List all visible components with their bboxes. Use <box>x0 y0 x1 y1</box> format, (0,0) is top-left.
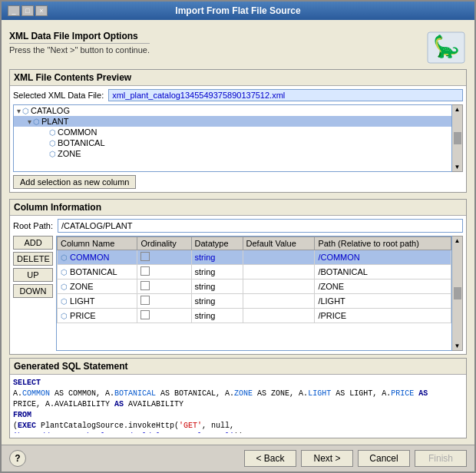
logo-icon: 🦕 <box>425 31 467 64</box>
window-title: Import From Flat File Source <box>54 5 422 16</box>
table-row[interactable]: ⬡ ZONEstring/ZONE <box>58 280 451 294</box>
tree-item-plant[interactable]: ▾⬡ PLANT <box>14 116 451 127</box>
tree-item-zone[interactable]: ⬡ ZONE <box>14 148 451 159</box>
bottom-bar: ? < Back Next > Cancel Finish <box>2 445 474 471</box>
main-content: XML Data File Import Options Press the "… <box>2 20 474 445</box>
col-info-section: Column Information Root Path: ADD DELETE… <box>9 199 467 355</box>
selected-file-value: xml_plant_catalog1345549375890137512.xml <box>108 89 463 101</box>
col-scroll-down[interactable]: ▼ <box>455 342 461 349</box>
up-col-button[interactable]: UP <box>13 268 53 282</box>
xml-preview-section: XML File Contents Preview Selected XML D… <box>9 69 467 193</box>
delete-col-button[interactable]: DELETE <box>13 252 53 266</box>
xml-tree: ▾⬡ CATALOG▾⬡ PLANT⬡ COMMON⬡ BOTANICAL⬡ Z… <box>13 104 452 172</box>
down-col-button[interactable]: DOWN <box>13 284 53 298</box>
tree-item-common[interactable]: ⬡ COMMON <box>14 127 451 137</box>
add-btn-row: Add selection as new column <box>13 175 463 189</box>
selected-file-label: Selected XML Data File: <box>13 91 104 100</box>
table-row[interactable]: ⬡ LIGHTstring/LIGHT <box>58 294 451 309</box>
top-section: XML Data File Import Options Press the "… <box>9 26 467 66</box>
table-row[interactable]: ⬡ BOTANICALstring/BOTANICAL <box>58 265 451 280</box>
finish-button[interactable]: Finish <box>415 450 467 467</box>
sql-content: SELECT A.COMMON AS COMMON, A.BOTANICAL A… <box>13 378 463 433</box>
main-window: _ □ × Import From Flat File Source XML D… <box>0 0 476 473</box>
sql-header: Generated SQL Statement <box>10 359 466 375</box>
sql-section: Generated SQL Statement SELECT A.COMMON … <box>9 358 467 438</box>
root-path-input[interactable] <box>58 219 463 233</box>
tree-item-catalog[interactable]: ▾⬡ CATALOG <box>14 105 451 116</box>
table-row[interactable]: ⬡ COMMONstring/COMMON <box>58 250 451 265</box>
col-main: ADD DELETE UP DOWN Column NameOrdinality… <box>13 236 463 351</box>
svg-text:🦕: 🦕 <box>433 34 460 59</box>
cancel-button[interactable]: Cancel <box>358 450 410 467</box>
top-subtitle: Press the "Next >" button to continue. <box>9 45 150 55</box>
root-path-row: Root Path: <box>13 219 463 233</box>
close-button[interactable]: × <box>35 5 48 16</box>
top-section-title: XML Data File Import Options <box>9 31 150 44</box>
col-scroll-up[interactable]: ▲ <box>455 237 461 244</box>
add-col-button[interactable]: ADD <box>13 236 53 250</box>
selected-file-row: Selected XML Data File: xml_plant_catalo… <box>13 89 463 101</box>
xml-preview-header: XML File Contents Preview <box>10 70 466 86</box>
minimize-button[interactable]: _ <box>8 5 20 16</box>
help-button[interactable]: ? <box>9 450 26 467</box>
tree-scroll-down[interactable]: ▼ <box>455 164 461 170</box>
col-table-container: Column NameOrdinalityDatatypeDefault Val… <box>56 236 452 351</box>
table-row[interactable]: ⬡ PRICEstring/PRICE <box>58 309 451 323</box>
root-path-label: Root Path: <box>13 221 53 230</box>
tree-scroll-up[interactable]: ▲ <box>455 106 461 113</box>
col-buttons: ADD DELETE UP DOWN <box>13 236 53 351</box>
tree-item-botanical[interactable]: ⬡ BOTANICAL <box>14 137 451 148</box>
maximize-button[interactable]: □ <box>21 5 34 16</box>
next-button[interactable]: Next > <box>301 450 353 467</box>
back-button[interactable]: < Back <box>244 450 296 467</box>
col-table: Column NameOrdinalityDatatypeDefault Val… <box>57 237 451 323</box>
col-info-header: Column Information <box>10 200 466 216</box>
add-selection-button[interactable]: Add selection as new column <box>13 175 136 189</box>
title-bar: _ □ × Import From Flat File Source <box>2 2 474 20</box>
